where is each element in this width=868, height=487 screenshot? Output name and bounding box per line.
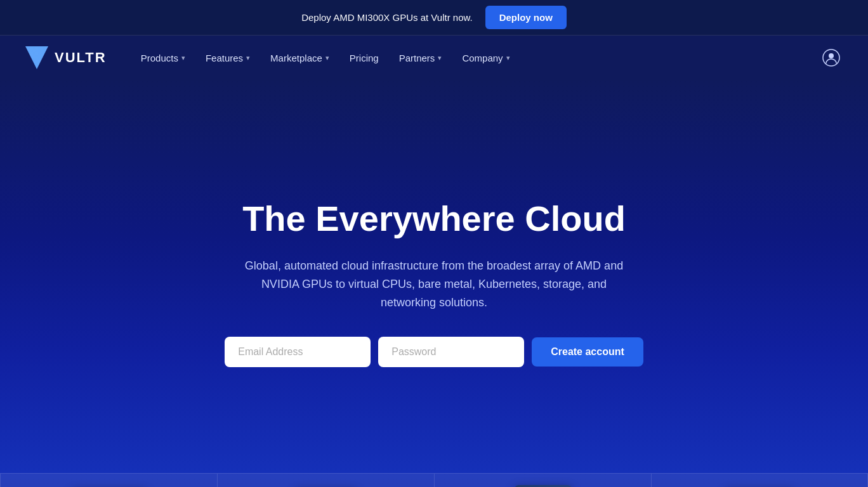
svg-point-2 <box>829 53 834 58</box>
hero-title: The Everywhere Cloud <box>242 198 626 239</box>
announcement-bar: Deploy AMD MI300X GPUs at Vultr now. Dep… <box>0 0 868 36</box>
user-icon <box>822 49 840 67</box>
gpu-illustration <box>1 479 217 487</box>
chevron-down-icon: ▾ <box>438 54 442 62</box>
hero-subtitle: Global, automated cloud infrastructure f… <box>244 257 624 311</box>
product-cards-section: + ÷ - <box>0 473 868 487</box>
nav-item-products[interactable]: Products ▾ <box>132 48 194 68</box>
nav-links: Products ▾ Features ▾ Marketplace ▾ Pric… <box>132 48 820 68</box>
email-input[interactable] <box>225 337 371 367</box>
hero-section: The Everywhere Cloud Global, automated c… <box>0 80 868 473</box>
chevron-down-icon: ▾ <box>326 54 329 62</box>
svg-marker-0 <box>25 46 48 69</box>
vultr-logo-icon <box>25 46 48 69</box>
nav-item-partners[interactable]: Partners ▾ <box>390 48 451 68</box>
nav-right <box>820 46 843 69</box>
chip-illustration <box>435 479 651 487</box>
navigation: VULTR Products ▾ Features ▾ Marketplace … <box>0 36 868 80</box>
logo-link[interactable]: VULTR <box>25 46 107 69</box>
compute-card[interactable]: + ÷ - <box>217 473 434 487</box>
create-account-button[interactable]: Create account <box>532 337 643 367</box>
deploy-now-button[interactable]: Deploy now <box>485 6 567 29</box>
gpu-card[interactable] <box>0 473 217 487</box>
nav-item-company[interactable]: Company ▾ <box>453 48 518 68</box>
nav-item-features[interactable]: Features ▾ <box>197 48 259 68</box>
signup-form: Create account <box>225 337 643 367</box>
storage-illustration <box>652 479 867 487</box>
storage-card[interactable] <box>651 473 868 487</box>
user-account-button[interactable] <box>820 46 843 69</box>
password-input[interactable] <box>378 337 524 367</box>
nav-item-pricing[interactable]: Pricing <box>341 48 388 68</box>
chevron-down-icon: ▾ <box>246 54 250 62</box>
logo-text: VULTR <box>55 49 107 66</box>
nav-item-marketplace[interactable]: Marketplace ▾ <box>261 48 338 68</box>
chevron-down-icon: ▾ <box>506 54 510 62</box>
announcement-text: Deploy AMD MI300X GPUs at Vultr now. <box>301 12 473 23</box>
chevron-down-icon: ▾ <box>181 54 185 62</box>
chip-card[interactable] <box>434 473 651 487</box>
compute-illustration: + ÷ - <box>218 479 434 487</box>
